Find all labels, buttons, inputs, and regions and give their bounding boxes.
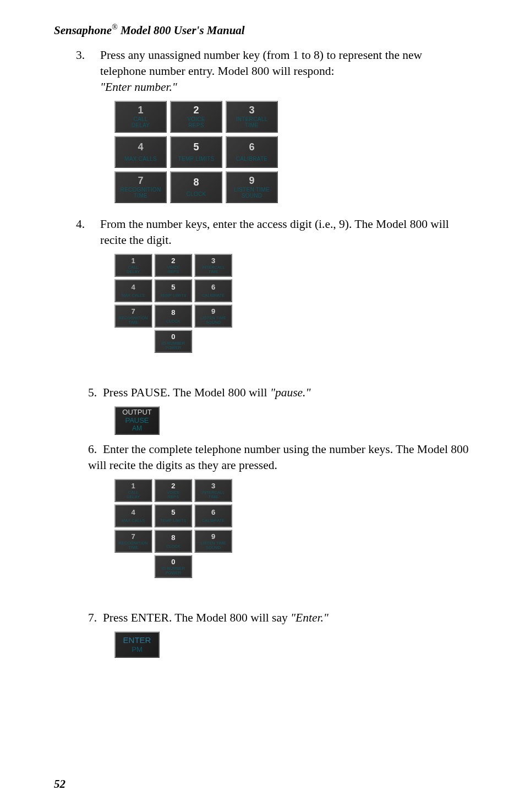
key-3-s1: 3INTERCALLTIME [194, 254, 232, 277]
key-3-s2: 3INTERCALLTIME [194, 479, 232, 502]
key-7-s2: 7RECOGNITIONTIME [114, 530, 152, 553]
key-8-s1: 8CLOCK [155, 304, 192, 328]
manual-title: Model 800 User's Manual [121, 24, 245, 37]
step-6-text: Enter the complete telephone number usin… [88, 443, 469, 472]
key-4: 4 MAX CALLS [114, 136, 167, 168]
key-4-s1: 4MAX CALLS [114, 279, 152, 302]
key-5-s2: 5TEMP LIMITS [155, 504, 192, 527]
keypad-small-1: 1CALLDELAY 2VOICEREPS 3INTERCALLTIME 4MA… [114, 254, 371, 353]
key-0-s1: 0ID NUMBERPOWER [155, 330, 192, 353]
key-2: 2 VOICE REPS [170, 101, 222, 133]
key-1-s2: 1CALLDELAY [114, 479, 152, 502]
key-2-s1: 2VOICEREPS [155, 254, 192, 277]
key-3: 3 INTERCALL TIME [226, 101, 278, 133]
step-5-text: Press PAUSE. The Model 800 will [103, 386, 270, 399]
key-6-s1: 6CALIBRATE [194, 279, 232, 302]
page-number: 52 [54, 777, 65, 791]
key-6-s2: 6CALIBRATE [194, 504, 232, 527]
key-5-s1: 5TEMP LIMITS [155, 279, 192, 302]
page-header: Sensaphone® Model 800 User's Manual [54, 23, 471, 37]
step-3: 3. Press any unassigned number key (from… [54, 47, 471, 95]
keypad-large: 1 CALL DELAY 2 VOICE REPS 3 INTERCALL TI… [114, 101, 471, 203]
key-5: 5 TEMP LIMITS [170, 136, 222, 168]
key-6: 6 CALIBRATE [226, 136, 278, 168]
step-3-number: 3. [54, 47, 100, 95]
step-4: 4. From the number keys, enter the acces… [54, 216, 471, 248]
registered-mark: ® [112, 23, 118, 31]
brand-name: Sensaphone [54, 24, 112, 37]
key-0-s2: 0ID NUMBERPOWER [155, 555, 192, 578]
step-7: 7. Press ENTER. The Model 800 will say "… [54, 610, 471, 626]
step-7-quote: "Enter." [291, 611, 329, 624]
key-8: 8 CLOCK [170, 171, 222, 203]
step-5: 5. Press PAUSE. The Model 800 will "paus… [54, 385, 471, 401]
step-7-number: 7. [88, 611, 97, 624]
key-9: 9 LISTEN TIME SOUND [226, 171, 278, 203]
step-4-number: 4. [54, 216, 100, 248]
key-9-s1: 9LISTEN TIMESOUND [194, 304, 232, 328]
step-3-quote: "Enter number." [100, 80, 177, 94]
step-6-number: 6. [88, 443, 97, 456]
pause-key: OUTPUT PAUSE AM [114, 406, 160, 435]
key-1-s1: 1CALLDELAY [114, 254, 152, 277]
key-7-s1: 7RECOGNITIONTIME [114, 304, 152, 328]
step-4-text: From the number keys, enter the access d… [100, 216, 471, 248]
key-7: 7 RECOGNITION TIME [114, 171, 167, 203]
enter-key: ENTER PM [114, 631, 160, 658]
step-3-text: Press any unassigned number key (from 1 … [100, 47, 471, 95]
key-9-s2: 9LISTEN TIMESOUND [194, 530, 232, 553]
step-6: 6. Enter the complete telephone number u… [54, 442, 471, 473]
key-4-s2: 4MAX CALLS [114, 504, 152, 527]
key-2-s2: 2VOICEREPS [155, 479, 192, 502]
key-1: 1 CALL DELAY [114, 101, 167, 133]
step-5-number: 5. [88, 386, 97, 399]
key-8-s2: 8CLOCK [155, 530, 192, 553]
step-7-text: Press ENTER. The Model 800 will say [103, 611, 291, 624]
keypad-small-2: 1CALLDELAY 2VOICEREPS 3INTERCALLTIME 4MA… [114, 479, 371, 578]
step-5-quote: "pause." [270, 386, 311, 399]
